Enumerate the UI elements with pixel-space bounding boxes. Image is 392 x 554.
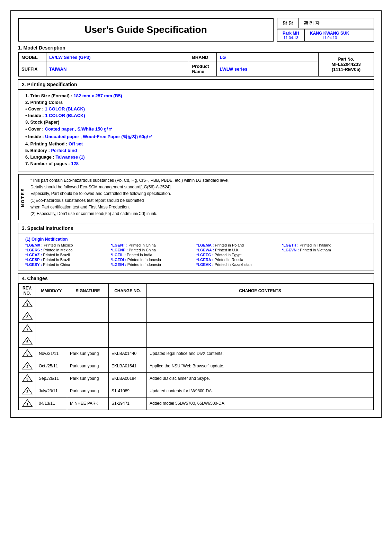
notes-line6: (2) Especially, Don't use or contain lea… bbox=[30, 211, 230, 217]
changes-row: 104/13/11MINHEE PARKS1-29471Added model … bbox=[19, 397, 374, 410]
notes-line4: (1)Eco-hazardous substances test report … bbox=[30, 197, 230, 204]
person2-name: KANG KWANG SUK bbox=[310, 31, 349, 36]
changes-col-header: MM/DD/YY bbox=[36, 284, 67, 298]
changes-row: 8 bbox=[19, 310, 374, 322]
person1-date: 11.04.13 bbox=[283, 36, 299, 40]
cover-color-value: 1 COLOR (BLACK) bbox=[45, 106, 85, 111]
inside-stock-label: • Inside : bbox=[25, 134, 45, 139]
changes-col-header: SIGNATURE bbox=[67, 284, 109, 298]
origin-item: *LGEDI : Printed in Indonesia bbox=[111, 258, 196, 262]
pages-value: 128 bbox=[71, 161, 79, 166]
origin-key: *LGETH : bbox=[282, 243, 300, 247]
origin-item: *LGENT : Printed in China bbox=[111, 243, 196, 247]
origin-key: *LGERS : bbox=[25, 248, 43, 252]
person1-name: Park MH bbox=[283, 31, 299, 36]
origin-key: *LGENP : bbox=[111, 248, 129, 252]
colors-label: 2. Printing Colors bbox=[25, 100, 367, 105]
model-section-title: 1. Model Description bbox=[18, 45, 374, 51]
product-value: LV/LW series bbox=[217, 62, 318, 76]
changes-section-title: 4. Changes bbox=[18, 274, 374, 284]
method-line: 4. Printing Method : Off set bbox=[25, 141, 367, 146]
origin-key: *LGENT : bbox=[111, 243, 128, 247]
changes-cell bbox=[36, 310, 67, 322]
brand-label: BRAND bbox=[189, 53, 217, 62]
changes-cell: Sep./26/11 bbox=[36, 372, 67, 385]
page-title: User's Guide Specification bbox=[84, 24, 207, 35]
notes-content: "This part contain Eco-hazardous substan… bbox=[27, 175, 233, 220]
origin-item: *LGEAZ : Printed in Brazil bbox=[25, 253, 110, 257]
changes-cell: Park sun young bbox=[67, 385, 109, 397]
changes-cell bbox=[36, 335, 67, 347]
changes-cell: EKLBA01440 bbox=[109, 347, 147, 360]
cover-color-line: • Cover : 1 COLOR (BLACK) bbox=[25, 106, 367, 111]
changes-section: 4. Changes REV.NO.MM/DD/YYSIGNATURECHANG… bbox=[18, 273, 374, 410]
changes-header-row: REV.NO.MM/DD/YYSIGNATURECHANGE NO.CHANGE… bbox=[19, 284, 374, 298]
origin-value: Printed in Brazil bbox=[43, 253, 70, 257]
inside-color-value: 1 COLOR (BLACK) bbox=[45, 113, 85, 118]
rev-cell: 5 bbox=[19, 347, 36, 360]
svg-text:2: 2 bbox=[26, 390, 28, 394]
origin-value: Printed in China bbox=[128, 243, 155, 247]
svg-text:3: 3 bbox=[26, 377, 28, 381]
svg-text:8: 8 bbox=[26, 315, 28, 319]
cover-stock-label: • Cover : bbox=[25, 126, 45, 132]
changes-row: 4Oct./25/11Park sun youngEKLBA01541Appli… bbox=[19, 360, 374, 372]
trim-label: 1. Trim Size (Format) : bbox=[25, 93, 73, 98]
bindery-label: 5. Bindery : bbox=[25, 148, 51, 153]
rev-cell: 2 bbox=[19, 385, 36, 397]
rev-cell: 6 bbox=[19, 335, 36, 347]
svg-text:5: 5 bbox=[26, 352, 28, 356]
changes-cell bbox=[67, 310, 109, 322]
changes-cell: S1-41089 bbox=[109, 385, 147, 397]
printing-section-title: 2. Printing Specification bbox=[18, 80, 374, 90]
changes-cell bbox=[147, 310, 374, 322]
part-no-label: Part No. bbox=[322, 57, 370, 62]
origin-key: *LGEMA : bbox=[196, 243, 215, 247]
header-row: User's Guide Specification 담 당 관 리 자 Par… bbox=[18, 18, 374, 42]
changes-table: REV.NO.MM/DD/YYSIGNATURECHANGE NO.CHANGE… bbox=[18, 284, 374, 410]
origin-key: *LGEMX : bbox=[25, 243, 44, 247]
bindery-value: Perfect bind bbox=[51, 148, 77, 153]
changes-cell: Park sun young bbox=[67, 360, 109, 372]
changes-cell: Applied the NSU "Web Browser" update. bbox=[147, 360, 374, 372]
trim-value: 182 mm x 257 mm (B5) bbox=[73, 93, 122, 98]
model-value: LV/LW Series (GP3) bbox=[46, 53, 189, 62]
origin-grid: *LGEMX : Printed in Mexico*LGENT : Print… bbox=[25, 243, 367, 267]
origin-value: Printed in Vietnam bbox=[300, 248, 331, 252]
origin-value: Printed in Thailand bbox=[300, 243, 331, 247]
svg-text:7: 7 bbox=[26, 328, 28, 331]
origin-value: Printed in China bbox=[129, 248, 156, 252]
bindery-line: 5. Bindery : Perfect bind bbox=[25, 148, 367, 153]
svg-text:9: 9 bbox=[26, 303, 28, 306]
method-label: 4. Printing Method : bbox=[25, 141, 69, 146]
changes-col-header: REV.NO. bbox=[19, 284, 36, 298]
origin-value: Printed in Egypt bbox=[215, 253, 242, 257]
changes-col-header: CHANGE CONTENTS bbox=[147, 284, 374, 298]
suffix-value: TAIWAN bbox=[46, 62, 189, 76]
origin-key: *LGEIN : bbox=[111, 262, 127, 267]
changes-cell: Nov./21/11 bbox=[36, 347, 67, 360]
special-section: 3. Special Instructions (1) Origin Notif… bbox=[18, 223, 374, 270]
changes-cell: EKLBA01541 bbox=[109, 360, 147, 372]
suffix-row: SUFFIX TAIWAN Product Name LV/LW series bbox=[19, 62, 318, 76]
svg-text:1: 1 bbox=[26, 402, 28, 406]
origin-item: *LGEWA : Printed in U.K. bbox=[196, 248, 281, 252]
origin-item: *LGEIN : Printed in Indonesia bbox=[111, 262, 196, 267]
changes-cell bbox=[36, 322, 67, 335]
origin-item: *LGEAK : Printed in Kazakhstan bbox=[196, 262, 281, 267]
origin-item: *LGESP : Printed in Brazil bbox=[25, 258, 110, 262]
header-right: 담 당 관 리 자 Park MH 11.04.13 KANG KWANG SU… bbox=[277, 18, 374, 42]
printing-content: 1. Trim Size (Format) : 182 mm x 257 mm … bbox=[18, 90, 374, 171]
changes-cell: Updated contents for LW9800-DA. bbox=[147, 385, 374, 397]
changes-cell bbox=[109, 335, 147, 347]
origin-title: (1) Origin Notification bbox=[25, 237, 367, 242]
origin-item: *LGETH : Printed in Thailand bbox=[282, 243, 367, 247]
model-label: MODEL bbox=[19, 53, 46, 62]
changes-cell: Park sun young bbox=[67, 347, 109, 360]
origin-item bbox=[282, 258, 367, 262]
origin-item: *LGEVN : Printed in Vietnam bbox=[282, 248, 367, 252]
changes-cell: Added model 55LW5700, 65LW6500-DA. bbox=[147, 397, 374, 410]
changes-cell: S1-29471 bbox=[109, 397, 147, 410]
title-box: User's Guide Specification bbox=[18, 18, 274, 42]
changes-cell: 04/13/11 bbox=[36, 397, 67, 410]
